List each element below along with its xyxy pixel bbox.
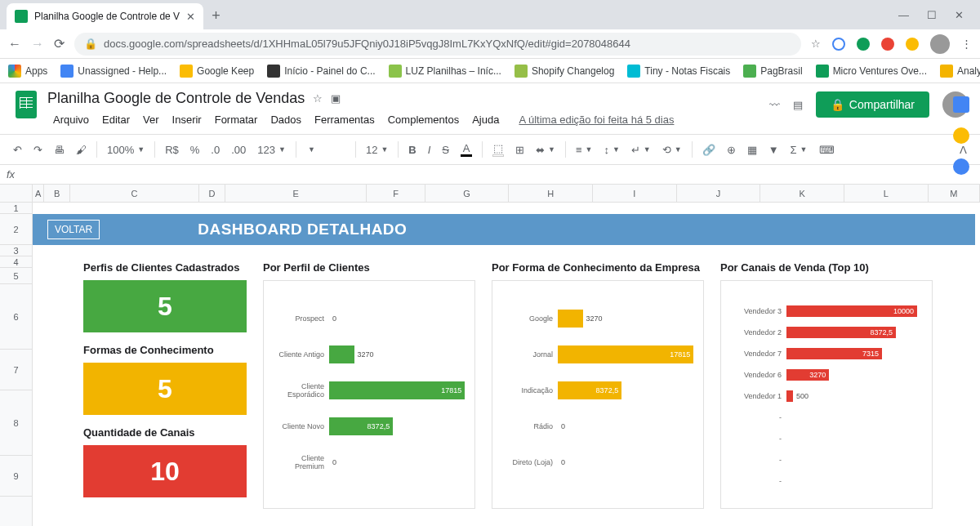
column-header[interactable]: K [760,185,844,202]
bookmark-item[interactable]: Shopify Changelog [514,65,614,78]
borders-button[interactable]: ⊞ [510,140,529,159]
chart-button[interactable]: ▦ [742,140,762,159]
formula-bar[interactable]: fx [0,165,980,185]
comments-icon[interactable]: ▤ [793,99,803,111]
font-size-select[interactable]: 12▼ [361,140,393,159]
rotate-button[interactable]: ⟲▼ [657,140,687,159]
comment-button[interactable]: ⊕ [722,140,741,159]
redo-icon[interactable]: ↷ [29,140,47,159]
column-header[interactable]: I [593,185,677,202]
column-header[interactable]: E [225,185,368,202]
decrease-decimal-button[interactable]: .0 [206,140,225,159]
row-header[interactable]: 8 [0,390,32,456]
bookmark-item[interactable]: PagBrasil [743,65,802,78]
strike-button[interactable]: S [437,140,454,159]
move-icon[interactable]: ▣ [331,92,341,105]
chart-box[interactable]: Vendedor 310000Vendedor 28372,5Vendedor … [720,280,933,509]
column-header[interactable]: D [199,185,225,202]
filter-button[interactable]: ▼ [764,140,784,159]
zoom-select[interactable]: 100%▼ [102,140,149,159]
menu-formatar[interactable]: Formatar [209,110,264,129]
column-header[interactable]: H [509,185,593,202]
activity-icon[interactable]: 〰 [769,99,780,111]
profile-avatar[interactable] [930,34,950,54]
undo-icon[interactable]: ↶ [8,140,27,159]
chart-box[interactable]: Prospect0Cliente Antigo3270Cliente Espor… [263,280,475,509]
menu-inserir[interactable]: Inserir [167,110,207,129]
row-header[interactable]: 2 [0,214,32,245]
row-header[interactable]: 4 [0,256,32,268]
bookmark-item[interactable]: Google Keep [180,65,254,78]
star-icon[interactable]: ☆ [811,38,821,50]
row-header[interactable]: 5 [0,268,32,284]
column-header[interactable]: A [33,185,44,202]
extension-icon[interactable] [832,38,845,51]
more-formats-button[interactable]: 123▼ [252,140,291,159]
wrap-button[interactable]: ↵▼ [626,140,656,159]
print-icon[interactable]: 🖶 [49,140,69,159]
close-window-icon[interactable]: ✕ [955,9,964,21]
bookmark-item[interactable]: LUZ Planilhas – Iníc... [389,65,501,78]
bookmark-item[interactable]: Tiny - Notas Fiscais [627,65,730,78]
calendar-icon[interactable] [953,96,969,113]
currency-button[interactable]: R$ [160,140,184,159]
menu-ver[interactable]: Ver [137,110,165,129]
minimize-icon[interactable]: — [898,9,909,21]
link-button[interactable]: 🔗 [697,140,720,159]
browser-tab[interactable]: Planilha Google de Controle de V ✕ [7,3,203,29]
sheets-logo-icon[interactable] [11,90,41,119]
row-header[interactable]: 10 [0,497,32,526]
v-align-button[interactable]: ↕▼ [599,140,624,159]
row-header[interactable]: 9 [0,456,32,497]
row-header[interactable]: 3 [0,245,32,256]
merge-button[interactable]: ⬌▼ [531,140,560,159]
forward-icon[interactable]: → [31,37,44,51]
chart-box[interactable]: Google3270Jornal17815Indicação8372,5Rádi… [492,280,704,509]
grid-content[interactable]: VOLTAR DASHBOARD DETALHADO Perfis de Cli… [33,203,980,509]
voltar-button[interactable]: VOLTAR [47,220,100,239]
tasks-icon[interactable] [953,158,969,175]
percent-button[interactable]: % [185,140,205,159]
last-edit-info[interactable]: A última edição foi feita há 5 dias [513,110,679,129]
menu-icon[interactable]: ⋮ [961,38,972,50]
text-color-button[interactable]: A [456,139,477,160]
column-header[interactable]: F [367,185,425,202]
fill-color-button[interactable]: ⬚ [488,139,509,160]
italic-button[interactable]: I [423,140,436,159]
maximize-icon[interactable]: ☐ [927,9,937,21]
reload-icon[interactable]: ⟳ [54,36,65,51]
row-header[interactable]: 7 [0,350,32,390]
address-bar[interactable]: 🔒 docs.google.com/spreadsheets/d/1XHHmaL… [74,33,801,56]
column-header[interactable]: B [44,185,70,202]
row-header[interactable]: 6 [0,284,32,350]
extension-icon[interactable] [857,38,870,51]
bookmark-item[interactable]: Analytics [940,65,980,78]
menu-dados[interactable]: Dados [265,110,307,129]
bookmark-item[interactable]: Unassigned - Help... [60,65,167,78]
bookmark-item[interactable]: Micro Ventures Ove... [816,65,927,78]
increase-decimal-button[interactable]: .00 [226,140,251,159]
share-button[interactable]: 🔒 Compartilhar [816,91,929,118]
column-header[interactable]: G [425,185,510,202]
extension-icon[interactable] [881,38,894,51]
new-tab-button[interactable]: + [212,7,220,25]
menu-complementos[interactable]: Complementos [382,110,465,129]
extension-icon[interactable] [906,38,919,51]
keep-icon[interactable] [953,127,969,144]
apps-shortcut[interactable]: Apps [8,65,47,78]
functions-button[interactable]: Σ▼ [786,140,813,159]
menu-ferramentas[interactable]: Ferramentas [309,110,381,129]
menu-ajuda[interactable]: Ajuda [466,110,505,129]
star-icon[interactable]: ☆ [313,92,323,105]
column-header[interactable]: J [677,185,761,202]
menu-editar[interactable]: Editar [96,110,136,129]
close-tab-icon[interactable]: ✕ [186,11,195,23]
row-header[interactable]: 1 [0,203,32,214]
h-align-button[interactable]: ≡▼ [571,140,598,159]
document-title[interactable]: Planilha Google de Controle de Vendas [47,90,305,107]
bookmark-item[interactable]: Início - Painel do C... [267,65,375,78]
column-header[interactable]: M [929,185,980,202]
paint-format-icon[interactable]: 🖌 [71,140,91,159]
menu-arquivo[interactable]: Arquivo [47,110,95,129]
column-header[interactable]: C [70,185,199,202]
